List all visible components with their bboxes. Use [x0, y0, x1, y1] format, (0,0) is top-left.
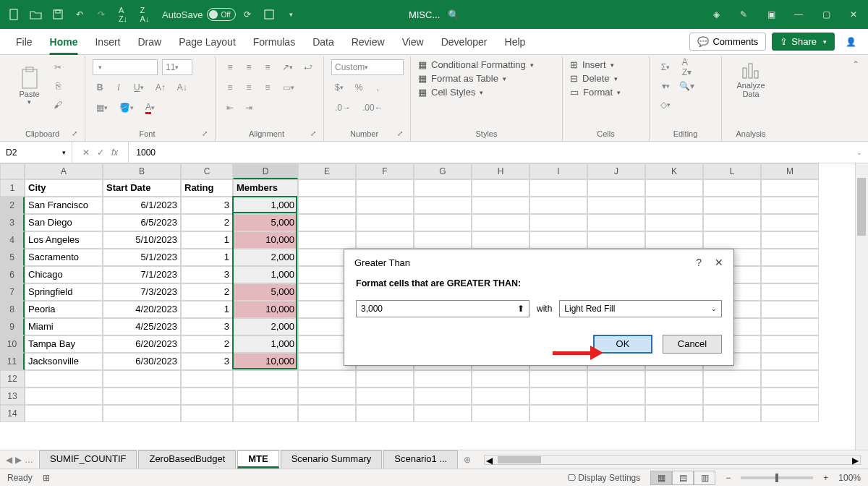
analyze-data-button[interactable]: Analyze Data	[729, 59, 773, 98]
paste-button[interactable]: Paste▾	[13, 67, 46, 106]
format-as-table-button[interactable]: ▦Format as Table▾	[418, 73, 555, 84]
cell[interactable]	[529, 388, 587, 405]
cell[interactable]	[472, 197, 529, 214]
cell[interactable]	[414, 179, 472, 197]
align-left-icon[interactable]: ≡	[223, 80, 237, 95]
insert-button[interactable]: ⊞Insert▾	[570, 59, 642, 70]
share-button[interactable]: ⇪Share▾	[772, 33, 835, 51]
cell[interactable]: 3	[181, 197, 233, 214]
cell[interactable]: 5/10/2023	[103, 231, 181, 249]
cell[interactable]	[645, 405, 703, 422]
cell[interactable]	[298, 231, 356, 249]
cell[interactable]	[298, 214, 356, 231]
column-header[interactable]: L	[703, 163, 761, 179]
cell[interactable]: 2,000	[233, 249, 298, 266]
bold-button[interactable]: B	[93, 80, 107, 95]
cell[interactable]	[761, 353, 819, 370]
column-header[interactable]: E	[298, 163, 356, 179]
cell[interactable]: 4/25/2023	[103, 318, 181, 335]
column-header[interactable]: C	[181, 163, 233, 179]
column-header[interactable]: J	[587, 163, 645, 179]
enter-formula-icon[interactable]: ✓	[97, 147, 104, 158]
formula-input[interactable]: 1000	[129, 147, 851, 158]
range-picker-icon[interactable]: ⬆	[517, 304, 524, 314]
qat-more-icon[interactable]: ▾	[281, 4, 301, 25]
column-header[interactable]: H	[472, 163, 529, 179]
cell[interactable]	[472, 370, 529, 388]
tab-help[interactable]: Help	[496, 32, 535, 52]
align-right-icon[interactable]: ≡	[260, 80, 275, 95]
cell[interactable]: 2	[181, 335, 233, 353]
cell[interactable]: Tampa Bay	[25, 335, 103, 353]
page-layout-view-icon[interactable]: ▤	[672, 471, 694, 485]
zoom-level[interactable]: 100%	[838, 473, 861, 483]
cell[interactable]	[587, 197, 645, 214]
cell[interactable]	[356, 179, 414, 197]
cell[interactable]	[645, 370, 703, 388]
redo-icon[interactable]: ↷	[91, 4, 111, 25]
indent-dec-icon[interactable]: ⇤	[223, 100, 237, 116]
cancel-button[interactable]: Cancel	[663, 335, 722, 354]
cell[interactable]	[25, 370, 103, 388]
font-launcher-icon[interactable]: ⤢	[202, 129, 208, 137]
zoom-out-icon[interactable]: −	[726, 473, 731, 483]
cell[interactable]	[298, 370, 356, 388]
cell[interactable]	[761, 266, 819, 283]
cell[interactable]	[103, 370, 181, 388]
cell[interactable]	[414, 370, 472, 388]
cut-icon[interactable]: ✂	[50, 59, 66, 75]
cell[interactable]	[103, 405, 181, 422]
cell[interactable]: Members	[233, 179, 298, 197]
cell[interactable]	[472, 388, 529, 405]
expand-formula-icon[interactable]: ⌄	[851, 149, 868, 156]
cell[interactable]	[414, 231, 472, 249]
window-icon[interactable]: ▣	[761, 4, 781, 25]
premium-icon[interactable]: ◈	[706, 4, 726, 25]
cell[interactable]: 2,000	[233, 318, 298, 335]
tab-file[interactable]: File	[7, 32, 41, 52]
row-header[interactable]: 7	[0, 283, 25, 301]
cell[interactable]	[529, 405, 587, 422]
cell[interactable]	[587, 179, 645, 197]
vertical-scrollbar[interactable]	[855, 163, 868, 450]
sheet-all-icon[interactable]: …	[25, 455, 33, 465]
sheet-tab[interactable]: MTE	[237, 450, 278, 468]
cell[interactable]: City	[25, 179, 103, 197]
cell[interactable]: 1	[181, 231, 233, 249]
cell[interactable]	[25, 405, 103, 422]
cell[interactable]	[356, 405, 414, 422]
border-button[interactable]: ▦▾	[93, 100, 111, 116]
cell[interactable]: Miami	[25, 318, 103, 335]
minimize-icon[interactable]: —	[788, 4, 809, 25]
align-mid-icon[interactable]: ≡	[242, 59, 256, 75]
underline-button[interactable]: U▾	[130, 80, 148, 95]
cancel-formula-icon[interactable]: ✕	[82, 147, 90, 158]
cell[interactable]	[703, 388, 761, 405]
cell[interactable]	[529, 197, 587, 214]
tab-formulas[interactable]: Formulas	[244, 32, 304, 52]
tab-insert[interactable]: Insert	[86, 32, 129, 52]
cell[interactable]	[529, 370, 587, 388]
cell[interactable]	[103, 388, 181, 405]
row-header[interactable]: 11	[0, 353, 25, 370]
cell[interactable]: 6/20/2023	[103, 335, 181, 353]
sheet-tab[interactable]: ZeroBasedBudget	[138, 450, 236, 468]
save-icon[interactable]	[48, 4, 68, 25]
sheet-tab[interactable]: Scenario1 ...	[383, 450, 458, 468]
cell[interactable]	[181, 388, 233, 405]
cell[interactable]	[761, 318, 819, 335]
format-button[interactable]: ▭Format▾	[570, 87, 642, 98]
orientation-icon[interactable]: ↗▾	[279, 59, 297, 75]
column-header[interactable]: A	[25, 163, 103, 179]
column-header[interactable]: D	[233, 163, 298, 179]
cell[interactable]: 6/30/2023	[103, 353, 181, 370]
cell[interactable]: 6/5/2023	[103, 214, 181, 231]
italic-button[interactable]: I	[111, 80, 126, 95]
cell[interactable]: 7/1/2023	[103, 266, 181, 283]
row-header[interactable]: 5	[0, 249, 25, 266]
row-header[interactable]: 1	[0, 179, 25, 197]
clipboard-launcher-icon[interactable]: ⤢	[72, 129, 77, 137]
font-size-select[interactable]: 11▾	[162, 59, 192, 75]
cell[interactable]: 10,000	[233, 301, 298, 318]
tab-view[interactable]: View	[393, 32, 433, 52]
